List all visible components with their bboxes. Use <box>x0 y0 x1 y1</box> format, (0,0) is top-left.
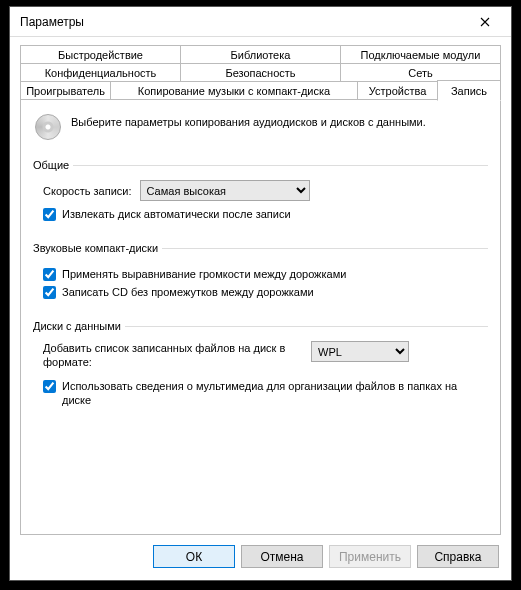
eject-checkbox[interactable]: Извлекать диск автоматически после запис… <box>43 207 482 221</box>
tab-privacy[interactable]: Конфиденциальность <box>20 63 180 82</box>
tab-performance[interactable]: Быстродействие <box>20 45 180 64</box>
media-info-checkbox-input[interactable] <box>43 380 56 393</box>
tab-security[interactable]: Безопасность <box>180 63 340 82</box>
tab-player[interactable]: Проигрыватель <box>20 81 110 100</box>
group-audio-legend: Звуковые компакт-диски <box>33 242 162 254</box>
media-info-checkbox-label: Использовать сведения о мультимедиа для … <box>62 379 482 407</box>
tab-rip-music[interactable]: Копирование музыки с компакт-диска <box>110 81 357 100</box>
cancel-button[interactable]: Отмена <box>241 545 323 568</box>
group-general-legend: Общие <box>33 159 73 171</box>
client-area: Быстродействие Библиотека Подключаемые м… <box>10 37 511 580</box>
eject-checkbox-input[interactable] <box>43 208 56 221</box>
file-list-format-select[interactable]: WPL <box>311 341 409 362</box>
volume-leveling-checkbox-label: Применять выравнивание громкости между д… <box>62 267 482 281</box>
dialog-window: Параметры Быстродействие Библиотека Подк… <box>9 6 512 581</box>
tab-devices[interactable]: Устройства <box>357 81 437 100</box>
volume-leveling-checkbox[interactable]: Применять выравнивание громкости между д… <box>43 267 482 281</box>
group-audio: Звуковые компакт-диски Применять выравни… <box>33 241 488 305</box>
disc-icon <box>35 114 61 140</box>
volume-leveling-checkbox-input[interactable] <box>43 268 56 281</box>
group-datadisc-legend: Диски с данными <box>33 320 125 332</box>
close-button[interactable] <box>463 8 507 36</box>
no-gaps-checkbox-input[interactable] <box>43 286 56 299</box>
tab-library[interactable]: Библиотека <box>180 45 340 64</box>
eject-checkbox-label: Извлекать диск автоматически после запис… <box>62 207 482 221</box>
group-datadisc: Диски с данными Добавить список записанн… <box>33 319 488 413</box>
tab-plugins[interactable]: Подключаемые модули <box>340 45 501 64</box>
burn-speed-label: Скорость записи: <box>43 185 132 197</box>
burn-speed-select[interactable]: Самая высокая <box>140 180 310 201</box>
page-description: Выберите параметры копирования аудиодиск… <box>71 114 426 128</box>
tab-strip: Быстродействие Библиотека Подключаемые м… <box>20 45 501 99</box>
group-general: Общие Скорость записи: Самая высокая Изв… <box>33 158 488 227</box>
media-info-checkbox[interactable]: Использовать сведения о мультимедиа для … <box>43 379 482 407</box>
no-gaps-checkbox-label: Записать CD без промежутков между дорожк… <box>62 285 482 299</box>
apply-button[interactable]: Применить <box>329 545 411 568</box>
tab-burn[interactable]: Запись <box>437 80 501 101</box>
file-list-format-label: Добавить список записанных файлов на дис… <box>43 341 303 369</box>
tab-content-burn: Выберите параметры копирования аудиодиск… <box>20 99 501 535</box>
ok-button[interactable]: ОК <box>153 545 235 568</box>
button-bar: ОК Отмена Применить Справка <box>20 535 501 570</box>
window-title: Параметры <box>20 15 463 29</box>
no-gaps-checkbox[interactable]: Записать CD без промежутков между дорожк… <box>43 285 482 299</box>
titlebar: Параметры <box>10 7 511 37</box>
help-button[interactable]: Справка <box>417 545 499 568</box>
close-icon <box>480 17 490 27</box>
